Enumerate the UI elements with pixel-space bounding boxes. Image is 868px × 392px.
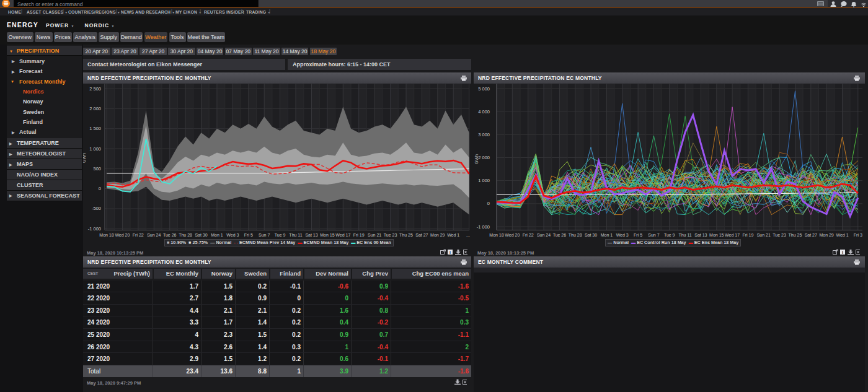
svg-text:Sun 21: Sun 21 <box>757 233 771 237</box>
svg-text:Sun 7: Sun 7 <box>259 233 270 237</box>
svg-text:i: i <box>450 250 451 255</box>
svg-text:Sun 7: Sun 7 <box>648 233 659 237</box>
svg-text:Tue 26: Tue 26 <box>163 233 177 237</box>
svg-text:Thu 11: Thu 11 <box>289 233 302 237</box>
svg-text:Fri 19: Fri 19 <box>742 233 753 237</box>
svg-text:-1 000: -1 000 <box>88 226 101 232</box>
svg-text:2 500: 2 500 <box>89 86 101 92</box>
svg-text:Tue 9: Tue 9 <box>275 233 286 237</box>
svg-text:Wed 20: Wed 20 <box>505 233 520 237</box>
svg-text:Thu 28: Thu 28 <box>179 233 192 237</box>
svg-text:Wed 17: Wed 17 <box>725 233 740 237</box>
svg-text:4 000: 4 000 <box>478 109 490 115</box>
svg-text:Mon 18: Mon 18 <box>489 233 503 237</box>
svg-text:Sat 30: Sat 30 <box>585 233 597 237</box>
svg-text:...: ... <box>466 233 470 237</box>
svg-text:1 500: 1 500 <box>89 126 101 131</box>
svg-text:-500: -500 <box>92 206 101 211</box>
svg-text:Mon 29: Mon 29 <box>430 233 445 237</box>
svg-text:Wed 17: Wed 17 <box>335 233 350 237</box>
svg-text:500: 500 <box>93 166 101 172</box>
svg-text:Wed 1: Wed 1 <box>836 233 848 237</box>
svg-text:1 000: 1 000 <box>478 178 490 183</box>
svg-text:2 000: 2 000 <box>89 106 101 111</box>
svg-text:Mon 15: Mon 15 <box>709 233 724 237</box>
svg-text:Fri 5: Fri 5 <box>244 233 253 237</box>
svg-text:Wed 1: Wed 1 <box>447 233 459 237</box>
svg-text:Sat 27: Sat 27 <box>415 233 428 237</box>
svg-text:Tue 23: Tue 23 <box>773 233 786 237</box>
svg-text:Fri 3: Fri 3 <box>854 233 862 237</box>
svg-text:Wed 20: Wed 20 <box>115 233 130 237</box>
svg-text:Mon 1: Mon 1 <box>211 233 223 237</box>
svg-text:Wed 3: Wed 3 <box>226 233 239 237</box>
svg-text:5 000: 5 000 <box>478 86 490 92</box>
svg-text:Tue 23: Tue 23 <box>384 233 397 237</box>
svg-text:Sat 13: Sat 13 <box>305 233 317 237</box>
svg-text:i: i <box>842 250 843 255</box>
svg-text:1 000: 1 000 <box>89 146 101 152</box>
svg-text:0: 0 <box>487 201 490 206</box>
svg-text:Sun 21: Sun 21 <box>368 233 381 237</box>
svg-text:Tue 26: Tue 26 <box>553 233 567 237</box>
svg-text:-1 000: -1 000 <box>477 224 490 230</box>
svg-text:Mon 1: Mon 1 <box>601 233 613 237</box>
svg-text:Thu 25: Thu 25 <box>789 233 802 237</box>
svg-text:Mon 18: Mon 18 <box>99 233 113 237</box>
svg-text:GWh: GWh <box>83 153 86 163</box>
svg-text:2 000: 2 000 <box>478 155 490 160</box>
svg-text:Fri 22: Fri 22 <box>133 233 144 237</box>
svg-text:Fri 5: Fri 5 <box>634 233 642 237</box>
svg-text:Thu 28: Thu 28 <box>569 233 582 237</box>
svg-text:Sat 30: Sat 30 <box>195 233 207 237</box>
svg-text:Sat 27: Sat 27 <box>805 233 817 237</box>
svg-text:Sun 24: Sun 24 <box>537 233 551 237</box>
svg-text:Fri 19: Fri 19 <box>353 233 365 237</box>
svg-text:Tue 9: Tue 9 <box>664 233 675 237</box>
svg-text:Fri 22: Fri 22 <box>523 233 534 237</box>
svg-text:Thu 11: Thu 11 <box>678 233 691 237</box>
svg-text:0: 0 <box>99 186 101 191</box>
svg-text:Wed 3: Wed 3 <box>616 233 629 237</box>
svg-text:3 000: 3 000 <box>478 132 490 137</box>
svg-text:GWh: GWh <box>474 154 479 164</box>
svg-text:Sat 13: Sat 13 <box>694 233 707 237</box>
svg-text:Thu 25: Thu 25 <box>399 233 413 237</box>
svg-text:Mon 29: Mon 29 <box>819 233 833 237</box>
svg-text:Sun 24: Sun 24 <box>147 233 161 237</box>
svg-text:Mon 15: Mon 15 <box>320 233 334 237</box>
